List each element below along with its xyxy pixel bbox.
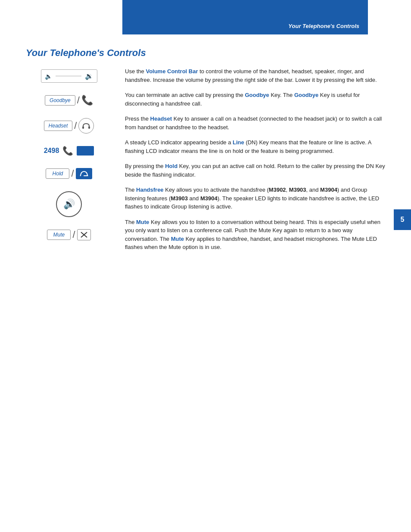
volume-bar-illustration: 🔈 🔉 bbox=[41, 69, 97, 83]
page-number-tab: 5 bbox=[394, 209, 411, 230]
line-description: A steady LCD indicator appearing beside … bbox=[125, 138, 385, 155]
mute-key-highlight2: Mute bbox=[171, 236, 184, 242]
line-key-highlight: Line bbox=[233, 139, 244, 146]
header-banner-title: Your Telephone's Controls bbox=[288, 23, 359, 29]
volume-low-icon: 🔈 bbox=[45, 73, 52, 80]
volume-key-highlight: Volume Control Bar bbox=[146, 68, 198, 75]
handset-icon: 📞 bbox=[81, 95, 93, 106]
model5: M3904 bbox=[200, 195, 218, 202]
page-number: 5 bbox=[401, 216, 405, 224]
mute-x-icon bbox=[77, 229, 91, 240]
headset-description: Press the Headset Key to answer a call o… bbox=[125, 115, 385, 131]
hold-key-highlight: Hold bbox=[165, 163, 177, 169]
volume-bar-line bbox=[56, 76, 81, 76]
hold-key-row: Hold / bbox=[46, 168, 92, 179]
headset-slash: / bbox=[74, 121, 77, 131]
goodbye-key-highlight1: Goodbye bbox=[245, 92, 269, 98]
headset-key-highlight: Headset bbox=[150, 115, 172, 122]
header-banner: Your Telephone's Controls bbox=[122, 0, 368, 34]
hold-icon bbox=[76, 168, 92, 179]
headset-key-row: Headset / bbox=[44, 118, 94, 134]
line-key-row: 2498 📞 bbox=[44, 146, 94, 156]
speaker-icon: 🔊 bbox=[63, 199, 75, 210]
hold-key-button: Hold bbox=[46, 168, 69, 179]
hold-description: By pressing the Hold Key, you can put an… bbox=[125, 162, 385, 179]
handsfree-button: 🔊 bbox=[56, 191, 82, 217]
model2: M3903 bbox=[289, 187, 306, 193]
two-column-layout: 🔈 🔉 Goodbye / 📞 Headset / bbox=[26, 67, 385, 252]
goodbye-description: You can terminate an active call by pres… bbox=[125, 91, 385, 108]
svg-rect-1 bbox=[88, 126, 90, 129]
headset-key-button: Headset bbox=[44, 121, 73, 131]
volume-high-icon: 🔉 bbox=[85, 72, 93, 80]
mute-key-button: Mute bbox=[47, 230, 71, 240]
headset-icon bbox=[78, 118, 94, 134]
mute-slash: / bbox=[72, 230, 75, 240]
model4: M3903 bbox=[171, 195, 188, 202]
model1: M3902 bbox=[269, 187, 286, 193]
mute-description: The Mute Key allows you to listen to a c… bbox=[125, 218, 385, 252]
svg-rect-0 bbox=[82, 126, 84, 129]
hold-slash: / bbox=[71, 169, 74, 178]
page-content: Your Telephone's Controls 🔈 🔉 Goodbye / … bbox=[0, 34, 411, 264]
goodbye-key-button: Goodbye bbox=[45, 95, 75, 106]
goodbye-slash: / bbox=[77, 96, 80, 105]
line-indicator bbox=[77, 146, 94, 156]
descriptions-column: Use the Volume Control Bar to control th… bbox=[125, 67, 385, 252]
line-phone-icon: 📞 bbox=[62, 146, 73, 156]
line-number: 2498 bbox=[44, 147, 59, 155]
goodbye-key-row: Goodbye / 📞 bbox=[45, 95, 93, 106]
mute-key-row: Mute / bbox=[47, 229, 90, 240]
model3: M3904 bbox=[320, 187, 337, 193]
goodbye-key-highlight2: Goodbye bbox=[294, 92, 318, 98]
handsfree-description: The Handsfree Key allows you to activate… bbox=[125, 186, 385, 211]
illustrations-column: 🔈 🔉 Goodbye / 📞 Headset / bbox=[26, 67, 112, 252]
volume-description: Use the Volume Control Bar to control th… bbox=[125, 67, 385, 84]
mute-key-highlight1: Mute bbox=[136, 219, 149, 225]
handsfree-key-highlight: Handsfree bbox=[136, 187, 164, 193]
section-title: Your Telephone's Controls bbox=[26, 47, 385, 59]
